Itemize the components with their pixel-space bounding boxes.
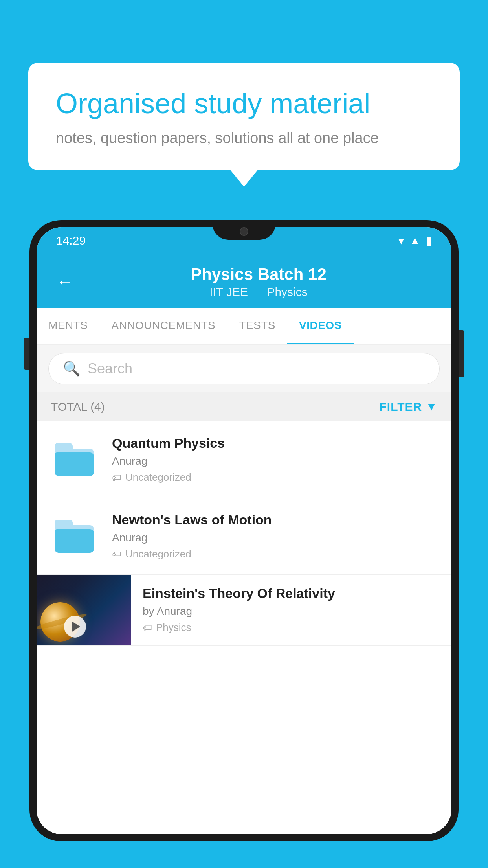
subtitle-physics: Physics <box>267 285 307 298</box>
item-author: Anurag <box>112 531 437 544</box>
app-header: ← Physics Batch 12 IIT JEE Physics <box>37 254 451 308</box>
signal-icon: ▲ <box>409 234 420 247</box>
phone-container: 14:29 ▾ ▲ ▮ ← Physics Batch 12 IIT JEE <box>29 220 459 868</box>
subtitle-iitjee: IIT JEE <box>209 285 248 298</box>
item-tag: 🏷 Physics <box>143 622 440 634</box>
tag-label: Uncategorized <box>125 548 191 560</box>
item-author: by Anurag <box>143 605 440 618</box>
phone-notch <box>213 220 275 240</box>
tab-ments[interactable]: MENTS <box>37 308 100 344</box>
folder-icon <box>55 443 94 476</box>
search-input[interactable]: Search <box>88 360 132 377</box>
item-info: Einstein's Theory Of Relativity by Anura… <box>131 575 451 645</box>
list-item[interactable]: Quantum Physics Anurag 🏷 Uncategorized <box>37 421 451 498</box>
wifi-icon: ▾ <box>398 234 404 247</box>
video-thumbnail <box>37 575 131 645</box>
item-title: Newton's Laws of Motion <box>112 512 437 528</box>
status-time: 14:29 <box>56 234 86 247</box>
tab-announcements[interactable]: ANNOUNCEMENTS <box>100 308 227 344</box>
folder-icon <box>55 520 94 553</box>
back-button[interactable]: ← <box>56 272 73 292</box>
list-item[interactable]: Newton's Laws of Motion Anurag 🏷 Uncateg… <box>37 498 451 575</box>
speech-bubble-container: Organised study material notes, question… <box>28 63 460 170</box>
tag-label: Physics <box>156 622 191 634</box>
item-tag: 🏷 Uncategorized <box>112 471 437 484</box>
item-title: Quantum Physics <box>112 436 437 451</box>
speech-bubble: Organised study material notes, question… <box>28 63 460 170</box>
phone-screen: 14:29 ▾ ▲ ▮ ← Physics Batch 12 IIT JEE <box>37 227 451 834</box>
item-title: Einstein's Theory Of Relativity <box>143 586 440 601</box>
app-content: ← Physics Batch 12 IIT JEE Physics MENTS… <box>37 254 451 834</box>
item-info: Newton's Laws of Motion Anurag 🏷 Uncateg… <box>112 512 437 560</box>
tab-videos[interactable]: VIDEOS <box>287 308 354 344</box>
filter-label: FILTER <box>380 400 422 414</box>
tag-icon: 🏷 <box>143 622 152 633</box>
video-list: Quantum Physics Anurag 🏷 Uncategorized <box>37 421 451 834</box>
tabs-bar: MENTS ANNOUNCEMENTS TESTS VIDEOS <box>37 308 451 345</box>
speech-bubble-title: Organised study material <box>56 86 432 120</box>
app-title: Physics Batch 12 <box>85 265 432 284</box>
search-bar[interactable]: 🔍 Search <box>48 353 440 384</box>
phone-outer: 14:29 ▾ ▲ ▮ ← Physics Batch 12 IIT JEE <box>29 220 459 841</box>
speech-bubble-subtitle: notes, question papers, solutions all at… <box>56 130 432 147</box>
filter-button[interactable]: FILTER ▼ <box>380 400 437 414</box>
total-count-label: TOTAL (4) <box>51 400 105 414</box>
filter-bar: TOTAL (4) FILTER ▼ <box>37 392 451 421</box>
header-title-block: Physics Batch 12 IIT JEE Physics <box>85 265 432 299</box>
item-thumbnail <box>51 519 98 554</box>
item-thumbnail <box>51 442 98 477</box>
camera-dot <box>240 227 248 236</box>
item-author: Anurag <box>112 455 437 467</box>
status-icons: ▾ ▲ ▮ <box>398 234 432 247</box>
filter-icon: ▼ <box>426 401 437 413</box>
play-button[interactable] <box>64 616 86 638</box>
item-tag: 🏷 Uncategorized <box>112 548 437 560</box>
tag-label: Uncategorized <box>125 471 191 484</box>
item-info: Quantum Physics Anurag 🏷 Uncategorized <box>112 436 437 484</box>
battery-icon: ▮ <box>426 234 432 247</box>
search-container: 🔍 Search <box>37 345 451 392</box>
tag-icon: 🏷 <box>112 549 121 560</box>
tab-tests[interactable]: TESTS <box>227 308 287 344</box>
search-icon: 🔍 <box>63 360 81 377</box>
list-item[interactable]: Einstein's Theory Of Relativity by Anura… <box>37 575 451 646</box>
tag-icon: 🏷 <box>112 472 121 483</box>
play-icon <box>72 621 80 632</box>
app-subtitle: IIT JEE Physics <box>85 285 432 299</box>
